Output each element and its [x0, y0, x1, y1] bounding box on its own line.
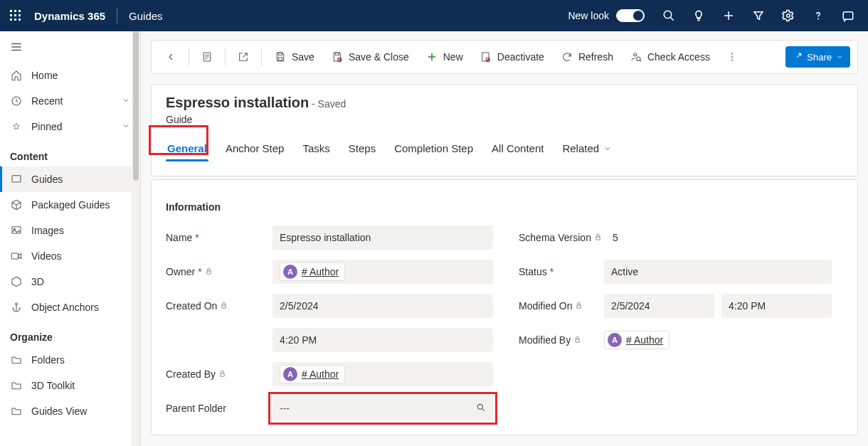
sidebar-item-label: Images — [31, 225, 64, 236]
app-name[interactable]: Guides — [129, 10, 163, 22]
avatar: A — [283, 367, 297, 381]
field-name[interactable]: Espresso installation — [272, 225, 493, 250]
owner-chip[interactable]: A # Author — [280, 262, 345, 281]
sidebar-item-label: Object Anchors — [31, 302, 99, 313]
open-record-set-button[interactable] — [195, 45, 219, 69]
sidebar-scrollbar[interactable] — [132, 31, 140, 446]
label-modified-on: Modified On — [519, 300, 604, 312]
svg-line-50 — [482, 408, 484, 410]
new-look-toggle[interactable]: New look — [568, 9, 645, 22]
cube-icon — [10, 275, 23, 288]
tab-list: General Anchor Step Tasks Steps Completi… — [166, 138, 843, 161]
svg-point-14 — [818, 18, 819, 19]
check-access-button[interactable]: Check Access — [623, 45, 717, 69]
lock-icon — [220, 300, 228, 312]
save-close-button[interactable]: Save & Close — [324, 45, 416, 69]
tab-general[interactable]: General — [166, 138, 208, 161]
svg-rect-5 — [18, 14, 21, 16]
created-by-chip[interactable]: A # Author — [280, 365, 345, 383]
field-parent-folder[interactable]: --- — [272, 396, 493, 420]
filter-icon[interactable] — [750, 7, 767, 24]
field-modified-by[interactable]: A # Author — [604, 331, 832, 349]
label-status: Status* — [519, 266, 604, 277]
svg-line-10 — [670, 17, 674, 21]
refresh-button[interactable]: Refresh — [554, 45, 620, 69]
gear-icon[interactable] — [780, 7, 797, 24]
tab-steps[interactable]: Steps — [347, 138, 377, 161]
lock-icon — [573, 334, 581, 346]
pin-icon — [10, 120, 23, 133]
owner-link[interactable]: # Author — [302, 266, 339, 277]
svg-point-13 — [787, 14, 790, 18]
record-card: Espresso installation - Saved Guide Gene… — [151, 84, 858, 176]
share-button[interactable]: Share — [785, 46, 850, 68]
app-launcher-icon[interactable] — [6, 6, 26, 26]
svg-rect-15 — [843, 12, 853, 20]
cmd-label: Save — [292, 51, 314, 63]
svg-point-41 — [731, 56, 733, 58]
modified-by-chip[interactable]: A # Author — [604, 331, 669, 349]
back-button[interactable] — [159, 45, 183, 69]
label-modified-by: Modified By — [519, 334, 604, 346]
anchor-icon — [10, 301, 23, 314]
cmd-separator — [225, 48, 226, 66]
new-button[interactable]: New — [419, 45, 470, 69]
svg-rect-44 — [206, 271, 211, 274]
toggle-switch[interactable] — [616, 9, 645, 22]
label-created-on: Created On — [166, 300, 272, 312]
folder-icon — [10, 379, 23, 392]
assistant-icon[interactable] — [840, 7, 857, 24]
sidebar-item-3d[interactable]: 3D — [0, 269, 140, 294]
search-icon[interactable] — [476, 403, 486, 415]
svg-rect-2 — [18, 10, 21, 12]
field-owner[interactable]: A # Author — [272, 260, 493, 284]
sidebar-item-packaged-guides[interactable]: Packaged Guides — [0, 192, 140, 218]
tab-related[interactable]: Related — [561, 138, 613, 161]
help-icon[interactable] — [810, 7, 827, 24]
sidebar-item-images[interactable]: Images — [0, 218, 140, 243]
cmd-separator — [261, 48, 262, 66]
deactivate-button[interactable]: Deactivate — [473, 45, 551, 69]
lock-icon — [218, 368, 226, 380]
sidebar-item-3d-toolkit[interactable]: 3D Toolkit — [0, 373, 140, 398]
plus-icon[interactable] — [720, 7, 737, 24]
lightbulb-icon[interactable] — [690, 7, 707, 24]
hamburger-icon[interactable] — [0, 31, 140, 63]
record-saved-label: - Saved — [312, 98, 346, 110]
field-created-on-time: 4:20 PM — [272, 328, 493, 352]
sidebar-item-home[interactable]: Home — [0, 63, 140, 88]
field-created-by[interactable]: A # Author — [272, 362, 493, 386]
tab-tasks[interactable]: Tasks — [301, 138, 331, 161]
cmd-label: New — [443, 51, 463, 63]
field-status[interactable]: Active — [604, 260, 832, 284]
sidebar-item-recent[interactable]: Recent — [0, 88, 140, 114]
svg-point-24 — [16, 303, 18, 305]
svg-rect-3 — [10, 14, 12, 16]
sidebar-item-label: Pinned — [31, 121, 63, 132]
svg-rect-8 — [18, 18, 21, 21]
sidebar-item-guides-view[interactable]: Guides View — [0, 398, 140, 424]
svg-rect-7 — [14, 18, 16, 21]
sidebar-item-guides[interactable]: Guides — [0, 166, 140, 192]
sidebar-item-object-anchors[interactable]: Object Anchors — [0, 294, 140, 320]
modified-by-link[interactable]: # Author — [626, 334, 663, 346]
tab-completion-step[interactable]: Completion Step — [393, 138, 475, 161]
sidebar-item-pinned[interactable]: Pinned — [0, 114, 140, 139]
parent-folder-placeholder: --- — [280, 403, 290, 414]
popout-button[interactable] — [231, 45, 255, 69]
save-button[interactable]: Save — [268, 45, 322, 69]
sidebar-item-videos[interactable]: Videos — [0, 243, 140, 269]
chevron-down-icon — [122, 121, 130, 132]
search-icon[interactable] — [660, 7, 677, 24]
cmd-label: Save & Close — [349, 51, 409, 63]
overflow-button[interactable] — [720, 45, 744, 69]
tab-anchor-step[interactable]: Anchor Step — [224, 138, 286, 161]
deactivate-icon — [480, 51, 492, 63]
video-icon — [10, 250, 23, 262]
guides-icon — [10, 173, 23, 186]
sidebar-group-content: Content — [0, 139, 140, 166]
tab-all-content[interactable]: All Content — [490, 138, 545, 161]
sidebar-item-label: Folders — [31, 354, 65, 366]
sidebar-item-folders[interactable]: Folders — [0, 347, 140, 373]
created-by-link[interactable]: # Author — [302, 368, 339, 380]
